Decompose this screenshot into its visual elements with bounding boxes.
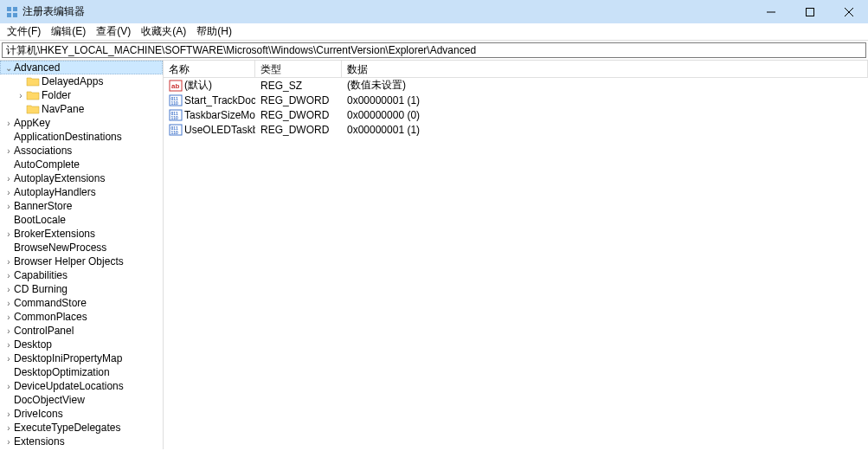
tree-item[interactable]: ›ExecuteTypeDelegates bbox=[0, 421, 163, 435]
close-button[interactable] bbox=[829, 0, 868, 23]
tree-item[interactable]: ›Desktop bbox=[0, 338, 163, 351]
tree-item-label: BootLocale bbox=[14, 214, 66, 226]
tree-item[interactable]: ›ControlPanel bbox=[0, 324, 163, 338]
tree-item-label: Extensions bbox=[14, 435, 65, 448]
tree-expander-icon[interactable]: › bbox=[3, 354, 14, 364]
tree-item[interactable]: ›BrokerExtensions bbox=[0, 227, 163, 241]
tree-item[interactable]: ›DeviceUpdateLocations bbox=[0, 379, 163, 393]
tree-item[interactable]: DelayedApps bbox=[0, 74, 163, 88]
cell-type: REG_DWORD bbox=[255, 124, 342, 136]
cell-type: REG_DWORD bbox=[255, 94, 342, 106]
list-header: 名称 类型 数据 bbox=[164, 61, 868, 78]
tree-item[interactable]: ›AppKey bbox=[0, 116, 163, 130]
tree-expander-icon[interactable]: › bbox=[3, 299, 14, 308]
content-area: ⌄AdvancedDelayedApps›FolderNavPane›AppKe… bbox=[0, 60, 868, 449]
column-name[interactable]: 名称 bbox=[164, 61, 255, 77]
svg-rect-5 bbox=[806, 8, 813, 16]
tree-item[interactable]: BootLocale bbox=[0, 213, 163, 227]
menu-favorites[interactable]: 收藏夹(A) bbox=[136, 23, 191, 41]
tree-item[interactable]: ›CommonPlaces bbox=[0, 310, 163, 324]
tree-expander-icon[interactable]: › bbox=[3, 146, 14, 156]
tree-item-label: DesktopIniPropertyMap bbox=[14, 352, 122, 364]
tree-item[interactable]: ›AutoplayHandlers bbox=[0, 185, 163, 199]
tree-expander-icon[interactable]: › bbox=[3, 229, 14, 239]
value-name-label: TaskbarSizeMo... bbox=[184, 109, 255, 121]
menu-help[interactable]: 帮助(H) bbox=[191, 23, 237, 41]
folder-icon bbox=[26, 103, 40, 115]
tree-expander-icon[interactable]: › bbox=[3, 312, 14, 322]
tree-item-label: CommandStore bbox=[14, 297, 87, 309]
cell-data: 0x00000000 (0) bbox=[342, 109, 868, 121]
tree-expander-icon[interactable]: › bbox=[3, 437, 14, 447]
list-row[interactable]: ab(默认)REG_SZ(数值未设置) bbox=[164, 78, 868, 93]
addressbar bbox=[0, 41, 868, 60]
tree-expander-icon[interactable]: › bbox=[3, 326, 14, 336]
tree-item[interactable]: ApplicationDestinations bbox=[0, 130, 163, 144]
tree-item[interactable]: ›AutoplayExtensions bbox=[0, 171, 163, 185]
address-input[interactable] bbox=[2, 42, 866, 58]
tree-item[interactable]: BrowseNewProcess bbox=[0, 241, 163, 254]
tree-expander-icon[interactable]: › bbox=[3, 188, 14, 197]
tree-item[interactable]: ›DriveIcons bbox=[0, 407, 163, 421]
tree-item[interactable]: ›BannerStore bbox=[0, 199, 163, 213]
value-name-label: UseOLEDTaskb... bbox=[184, 124, 255, 136]
tree-item-label: Browser Helper Objects bbox=[14, 255, 124, 267]
tree-expander-icon[interactable]: › bbox=[3, 271, 14, 280]
tree-pane[interactable]: ⌄AdvancedDelayedApps›FolderNavPane›AppKe… bbox=[0, 61, 164, 449]
tree-item[interactable]: ›Folder bbox=[0, 88, 163, 102]
maximize-button[interactable] bbox=[790, 0, 829, 23]
tree-item-label: DeviceUpdateLocations bbox=[14, 380, 124, 392]
tree-expander-icon[interactable]: › bbox=[3, 119, 14, 128]
cell-name: 011110TaskbarSizeMo... bbox=[164, 109, 255, 121]
menu-view[interactable]: 查看(V) bbox=[91, 23, 136, 41]
tree-item[interactable]: AutoComplete bbox=[0, 158, 163, 171]
menu-edit[interactable]: 编辑(E) bbox=[46, 23, 91, 41]
tree-item-label: AutoComplete bbox=[14, 158, 80, 171]
tree-expander-icon[interactable]: › bbox=[3, 423, 14, 433]
tree-expander-icon[interactable]: › bbox=[3, 285, 14, 294]
tree-item[interactable]: ›Associations bbox=[0, 144, 163, 158]
tree-expander-icon[interactable]: › bbox=[3, 382, 14, 391]
tree-expander-icon[interactable]: ⌄ bbox=[3, 63, 14, 73]
tree-item[interactable]: NavPane bbox=[0, 102, 163, 116]
column-type[interactable]: 类型 bbox=[255, 61, 342, 77]
reg-sz-icon: ab bbox=[169, 80, 183, 92]
list-row[interactable]: 011110UseOLEDTaskb...REG_DWORD0x00000001… bbox=[164, 122, 868, 137]
list-row[interactable]: 011110Start_TrackDocsREG_DWORD0x00000001… bbox=[164, 93, 868, 107]
tree-item[interactable]: ›CD Burning bbox=[0, 282, 163, 296]
svg-rect-0 bbox=[7, 7, 11, 11]
window-controls bbox=[751, 0, 868, 23]
menu-file[interactable]: 文件(F) bbox=[2, 23, 46, 41]
tree-item[interactable]: ›DesktopIniPropertyMap bbox=[0, 351, 163, 365]
minimize-button[interactable] bbox=[751, 0, 790, 23]
cell-data: 0x00000001 (1) bbox=[342, 94, 868, 106]
tree-item[interactable]: ›CommandStore bbox=[0, 296, 163, 310]
cell-data: (数值未设置) bbox=[342, 78, 868, 93]
tree-item-label: Advanced bbox=[14, 61, 60, 74]
tree-expander-icon[interactable]: › bbox=[3, 257, 14, 267]
tree-item[interactable]: DesktopOptimization bbox=[0, 365, 163, 379]
tree-expander-icon[interactable]: › bbox=[3, 174, 14, 184]
svg-text:110: 110 bbox=[171, 100, 179, 106]
cell-data: 0x00000001 (1) bbox=[342, 124, 868, 136]
tree-item-label: DelayedApps bbox=[42, 75, 103, 87]
menubar: 文件(F) 编辑(E) 查看(V) 收藏夹(A) 帮助(H) bbox=[0, 23, 868, 41]
tree-item-label: BrokerExtensions bbox=[14, 228, 95, 240]
tree-item-label: AutoplayHandlers bbox=[14, 186, 96, 198]
tree-expander-icon[interactable]: › bbox=[16, 91, 26, 100]
tree-item[interactable]: ›Extensions bbox=[0, 435, 163, 448]
tree-expander-icon[interactable]: › bbox=[3, 202, 14, 211]
tree-expander-icon[interactable]: › bbox=[3, 409, 14, 419]
tree-item-label: BannerStore bbox=[14, 200, 72, 212]
tree-item[interactable]: ⌄Advanced bbox=[0, 61, 163, 74]
column-data[interactable]: 数据 bbox=[342, 61, 868, 77]
list-row[interactable]: 011110TaskbarSizeMo...REG_DWORD0x0000000… bbox=[164, 107, 868, 122]
tree-item-label: Capabilities bbox=[14, 269, 68, 281]
tree-expander-icon[interactable]: › bbox=[3, 340, 14, 350]
tree-item[interactable]: ›Capabilities bbox=[0, 268, 163, 282]
tree-item[interactable]: DocObjectView bbox=[0, 393, 163, 407]
tree-item[interactable]: ›Browser Helper Objects bbox=[0, 254, 163, 268]
list-pane[interactable]: 名称 类型 数据 ab(默认)REG_SZ(数值未设置)011110Start_… bbox=[164, 61, 868, 449]
tree-item-label: CD Burning bbox=[14, 283, 68, 295]
tree-item-label: NavPane bbox=[42, 103, 84, 115]
